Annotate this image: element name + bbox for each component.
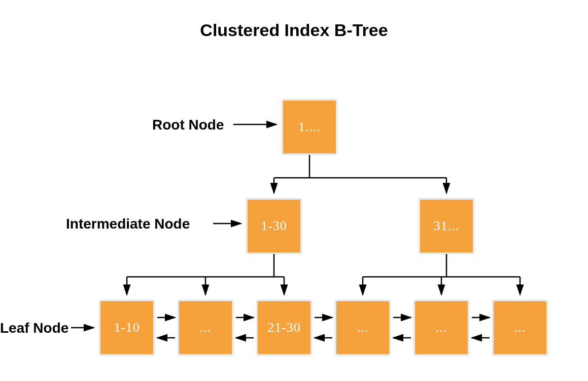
leaf-node-6: ... bbox=[492, 300, 548, 356]
leaf-node-3: 21-30 bbox=[256, 300, 312, 356]
leaf-node-1: 1-10 bbox=[99, 300, 155, 356]
root-node: 1.... bbox=[282, 99, 337, 155]
intermediate-node-label: Intermediate Node bbox=[66, 216, 190, 232]
root-node-label: Root Node bbox=[152, 117, 224, 133]
leaf-node-2: ... bbox=[178, 300, 233, 356]
leaf-node-label: Leaf Node bbox=[0, 320, 68, 336]
leaf-node-5: ... bbox=[413, 300, 469, 356]
leaf-node-4: ... bbox=[335, 300, 391, 356]
intermediate-node-right: 31... bbox=[419, 198, 474, 254]
intermediate-node-left: 1-30 bbox=[246, 198, 302, 254]
diagram-title: Clustered Index B-Tree bbox=[0, 20, 588, 40]
